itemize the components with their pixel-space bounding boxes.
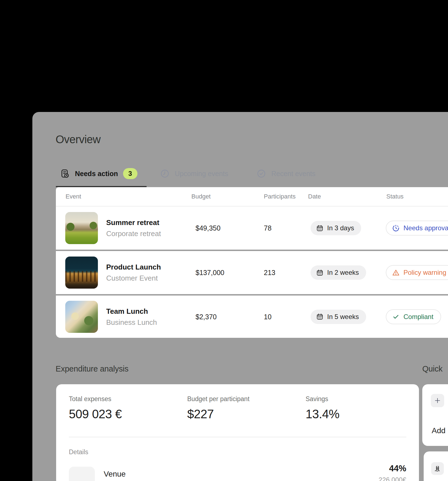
table-row-block: Team Lunch Business Lunch $2,370 10 In 5…: [56, 296, 448, 338]
tab-label: Upcoming events: [175, 170, 228, 178]
participants-value: 213: [264, 269, 275, 277]
table-header: Event Budget Participants Date Status: [56, 187, 448, 206]
budget-value: $137,000: [196, 269, 224, 277]
budget-value: $49,350: [196, 224, 220, 232]
table-row-summer-retreat[interactable]: Summer retreat Corporate retreat $49,350…: [56, 206, 448, 250]
column-header-status: Status: [386, 193, 403, 200]
date-chip: In 2 weeks: [311, 265, 366, 280]
tab-recent-events[interactable]: Recent events: [256, 167, 316, 180]
quick-actions-title: Quick: [422, 364, 442, 373]
warning-triangle-icon: [392, 269, 400, 277]
event-thumbnail-terrace-restaurant: [65, 301, 98, 333]
detail-item-name: Venue: [104, 469, 126, 479]
event-subtitle: Corporate retreat: [106, 229, 161, 238]
pending-clock-icon: [392, 224, 400, 232]
pool-ladder-icon: [434, 465, 441, 472]
expenditure-analysis-title: Expenditure analysis: [56, 364, 129, 373]
calendar-icon: [316, 224, 324, 232]
needs-action-count-badge: 3: [123, 168, 137, 179]
stat-value: 13.4%: [306, 407, 339, 421]
budget-value: $2,370: [196, 313, 217, 321]
date-chip-label: In 2 weeks: [327, 269, 359, 276]
date-chip-label: In 5 weeks: [327, 313, 359, 321]
event-title: Team Lunch: [106, 307, 157, 315]
event-thumbnail-manor-house: [65, 212, 98, 244]
quick-action-add-card[interactable]: Add: [422, 384, 448, 446]
status-badge-compliant: Compliant: [386, 309, 441, 324]
check-circle-icon: [256, 169, 266, 179]
event-thumbnail-night-building: [65, 257, 98, 289]
tab-upcoming-events[interactable]: Upcoming events: [160, 167, 228, 180]
date-chip-label: In 3 days: [327, 224, 354, 232]
event-subtitle: Business Lunch: [106, 318, 157, 326]
stat-label: Savings: [306, 395, 339, 403]
active-tab-indicator: [56, 186, 147, 187]
status-label: Policy warning: [403, 269, 446, 276]
column-header-event: Event: [66, 193, 81, 200]
stat-total-expenses: Total expenses 509 023 €: [69, 395, 122, 421]
detail-item-amount: 226 000€: [379, 476, 406, 481]
add-card-label: Add: [432, 426, 446, 435]
table-row-block: Product Launch Customer Event $137,000 2…: [56, 251, 448, 294]
event-title: Summer retreat: [106, 218, 161, 227]
needs-action-icon: [60, 169, 70, 179]
calendar-icon: [316, 269, 324, 276]
tab-needs-action[interactable]: Needs action 3: [56, 167, 147, 180]
event-subtitle: Customer Event: [106, 274, 161, 283]
clock-icon: [160, 169, 170, 179]
events-table: Event Budget Participants Date Status Su…: [56, 187, 448, 338]
details-label: Details: [69, 448, 88, 456]
date-chip: In 3 days: [311, 221, 361, 235]
status-label: Needs approval: [403, 224, 448, 232]
status-badge-policy-warning: Policy warning: [386, 265, 448, 280]
plus-icon: [434, 397, 441, 404]
status-badge-needs-approval: Needs approval: [386, 221, 448, 236]
date-chip: In 5 weeks: [311, 310, 366, 324]
calendar-icon: [316, 313, 324, 320]
stat-savings: Savings 13.4%: [306, 395, 339, 421]
column-header-participants: Participants: [264, 193, 296, 200]
column-header-budget: Budget: [191, 193, 211, 200]
quick-action-pool-card[interactable]: [424, 451, 448, 481]
tab-label: Needs action: [75, 170, 118, 178]
table-row-team-lunch[interactable]: Team Lunch Business Lunch $2,370 10 In 5…: [56, 296, 448, 338]
add-button[interactable]: [431, 394, 444, 407]
participants-value: 10: [264, 313, 272, 321]
status-label: Compliant: [403, 313, 433, 321]
page-title: Overview: [56, 133, 101, 146]
participants-value: 78: [264, 224, 272, 232]
venue-icon-box: [69, 467, 95, 481]
event-title: Product Launch: [106, 263, 161, 271]
stat-value: 509 023 €: [69, 407, 122, 421]
stat-label: Budget per participant: [187, 395, 249, 403]
tab-label: Recent events: [271, 170, 316, 178]
table-header-and-row-block: Event Budget Participants Date Status Su…: [56, 187, 448, 250]
column-header-date: Date: [308, 193, 321, 200]
table-row-product-launch[interactable]: Product Launch Customer Event $137,000 2…: [56, 251, 448, 294]
expenditure-analysis-card: Total expenses 509 023 € Budget per part…: [56, 384, 419, 481]
pool-icon-box: [431, 462, 444, 475]
detail-item-percent: 44%: [389, 464, 406, 473]
stat-value: $227: [187, 407, 249, 421]
stat-budget-per-participant: Budget per participant $227: [187, 395, 249, 421]
stat-label: Total expenses: [69, 395, 122, 403]
check-icon: [392, 313, 400, 321]
card-divider: [69, 437, 406, 437]
